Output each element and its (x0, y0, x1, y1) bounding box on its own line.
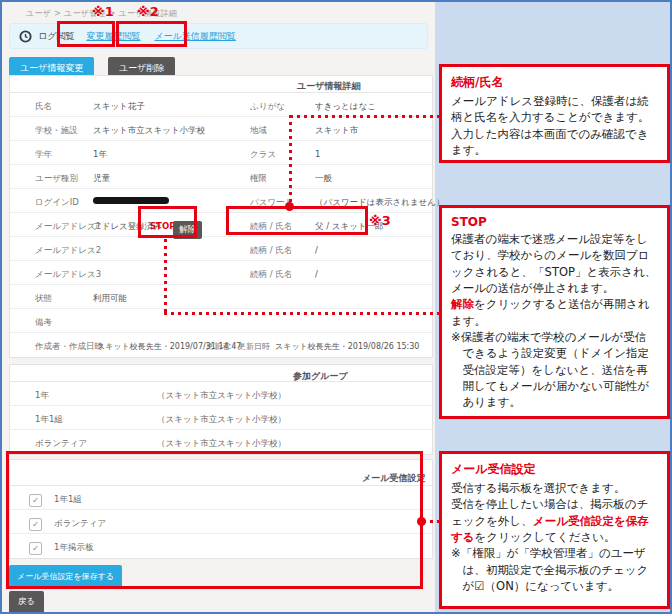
connector-line (289, 115, 292, 205)
row-label: ログインID (35, 197, 79, 209)
release-keyword: 解除 (451, 297, 474, 311)
row-value: 一般 (315, 173, 332, 185)
callout-text: 受信を停止したい場合は、掲示板のチェックを外し、メール受信設定を保存するをクリッ… (451, 496, 658, 545)
highlight-box-stop-release (138, 206, 197, 238)
row-label: 状態 (35, 293, 52, 305)
group-school: （スキット市立スキット小学校） (157, 414, 286, 426)
connector-line (290, 115, 439, 118)
row-label: 権限 (250, 173, 267, 185)
group-name: 1年 (35, 390, 49, 402)
callout-guardian-name: 続柄/氏名 メールアドレス登録時に、保護者は続柄と氏名を入力することができます。… (439, 64, 670, 163)
row-label: 学年 (35, 149, 52, 161)
table-row: ユーザ種別 児童 権限 一般 (10, 165, 432, 189)
row-label: 作成者・作成日時 (35, 341, 103, 353)
connector-dot (417, 517, 426, 526)
row-label: 地域 (250, 125, 267, 137)
callout-stop: STOP 保護者の端末で迷惑メール設定等をしており、学校からのメールを数回ブロッ… (439, 205, 670, 419)
group-row: 1年 （スキット市立スキット小学校） (10, 382, 432, 406)
table-title: ユーザ情報詳細 (297, 80, 360, 93)
callout-title: 続柄/氏名 (451, 74, 658, 91)
callout-text-part: をクリックすると送信が再開されます。 (451, 297, 649, 327)
callout-text: 解除をクリックすると送信が再開されます。 (451, 296, 658, 329)
redacted-login-id (93, 197, 169, 204)
marker-1: ※1 (92, 4, 114, 19)
table-row: メールアドレス3 続柄 / 氏名 / (10, 261, 432, 285)
table-row: 学校・施設 スキット市立スキット小学校 地域 スキット市 (10, 117, 432, 141)
highlight-box-mail-history (116, 21, 187, 47)
table-row-audit: 作成者・作成日時 スキット校長先生・2019/07/31 14:47 更新者・更… (10, 333, 432, 357)
row-value: すきっとはなこ (315, 101, 376, 113)
user-detail-table-header: ユーザ情報詳細 (10, 76, 432, 93)
row-label: メールアドレス1 (35, 221, 101, 233)
table-row: 状態 利用可能 (10, 285, 432, 309)
group-name: ボランティア (35, 438, 87, 450)
marker-2: ※2 (137, 4, 159, 19)
row-label: クラス (250, 149, 276, 161)
highlight-box-change-history (57, 21, 115, 47)
row-label: ふりがな (250, 101, 285, 113)
back-button[interactable]: 戻る (9, 591, 44, 613)
row-value: / (315, 245, 318, 255)
row-label: メールアドレス2 (35, 245, 101, 257)
row-label: 更新者・更新日時 (206, 341, 270, 352)
connector-dot (285, 202, 294, 211)
callout-mail-settings: メール受信設定 受信する掲示板を選択できます。 受信を停止したい場合は、掲示板の… (439, 451, 670, 609)
connector-line (164, 239, 167, 314)
row-value: スキット花子 (93, 101, 145, 113)
row-value: スキット校長先生・2019/08/26 15:30 (275, 341, 419, 352)
table-row: 学年 1年 クラス 1 (10, 141, 432, 165)
connector-line (164, 312, 439, 315)
table-row: 氏名 スキット花子 ふりがな すきっとはなこ (10, 93, 432, 117)
row-value: 1 (315, 149, 320, 159)
row-label: ユーザ種別 (35, 173, 78, 185)
callout-text: 保護者の端末で迷惑メール設定等をしており、学校からのメールを数回ブロックされると… (451, 231, 658, 296)
clock-icon (19, 30, 32, 43)
row-label: メールアドレス3 (35, 269, 101, 281)
row-label: 備考 (35, 317, 52, 329)
marker-3: ※3 (369, 213, 391, 228)
table-row: メールアドレス2 続柄 / 氏名 / (10, 237, 432, 261)
group-name: 1年1組 (35, 414, 63, 426)
groups-table-header: 参加グループ (10, 365, 432, 382)
table-row-login: ログインID パスワード （パスワードは表示されません） (10, 189, 432, 213)
callout-title: STOP (451, 215, 658, 229)
row-value: スキット市立スキット小学校 (93, 125, 205, 137)
callout-note: ※保護者の端末で学校のメールが受信できるよう設定変更（ドメイン指定受信設定等）を… (451, 329, 658, 411)
group-row: 1年1組 （スキット市立スキット小学校） (10, 406, 432, 430)
row-label: 続柄 / 氏名 (250, 245, 292, 257)
callout-text: メールアドレス登録時に、保護者は続柄と氏名を入力することができます。入力した内容… (451, 93, 658, 158)
row-value: / (315, 269, 318, 279)
highlight-box-mail-settings (6, 451, 423, 589)
row-label: 氏名 (35, 101, 52, 113)
row-value: スキット市 (315, 125, 358, 137)
group-school: （スキット市立スキット小学校） (157, 438, 286, 450)
row-label: 学校・施設 (35, 125, 78, 137)
manual-page: ユーザ > ユーザ管理 > ユーザ情報詳細 ログ閲覧 変更履歴閲覧 メール送信履… (0, 0, 672, 614)
group-school: （スキット市立スキット小学校） (157, 390, 286, 402)
highlight-box-guardian-name (226, 206, 368, 235)
callout-text: 受信する掲示板を選択できます。 (451, 480, 658, 496)
row-value: 1年 (93, 149, 107, 161)
row-label: 続柄 / 氏名 (250, 269, 292, 281)
groups-table: 参加グループ 1年 （スキット市立スキット小学校） 1年1組 （スキット市立スキ… (9, 364, 433, 455)
row-value: 児童 (93, 173, 110, 185)
row-value: 利用可能 (93, 293, 127, 305)
callout-note: ※「権限」が「学校管理者」のユーザは、初期設定で全掲示板のチェックが☑（ON）に… (451, 545, 658, 594)
callout-text-part: をクリックしてください。 (475, 530, 616, 544)
callout-title: メール受信設定 (451, 461, 658, 478)
